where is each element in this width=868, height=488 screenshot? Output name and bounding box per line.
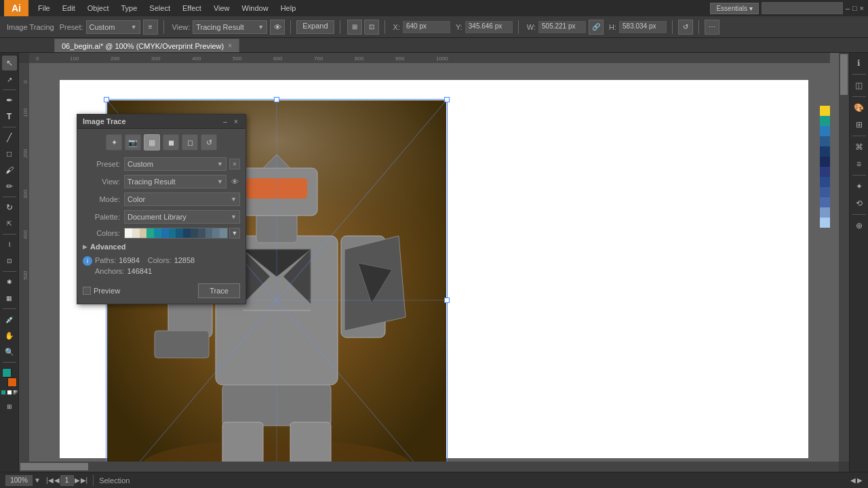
window-close[interactable]: ×: [860, 4, 864, 12]
zoom-tool[interactable]: 🔍: [2, 344, 17, 359]
right-icon-7[interactable]: ✦: [852, 179, 867, 194]
x-value[interactable]: 640 px: [403, 21, 450, 33]
swatch-9[interactable]: [191, 228, 198, 238]
color-strip-blue8[interactable]: [820, 197, 830, 207]
window-maximize[interactable]: □: [852, 4, 857, 12]
panel-advanced-row[interactable]: ▶ Advanced: [83, 243, 240, 251]
right-icon-6[interactable]: ≡: [852, 157, 867, 171]
swatch-4[interactable]: [154, 228, 161, 238]
panel-view-eye[interactable]: 👁: [229, 176, 240, 187]
color-strip-blue2[interactable]: [820, 136, 830, 146]
menu-window[interactable]: Window: [237, 3, 274, 14]
color-strip-blue5[interactable]: [820, 167, 830, 177]
window-minimize[interactable]: –: [846, 4, 850, 12]
menu-effect[interactable]: Effect: [177, 3, 207, 14]
menu-edit[interactable]: Edit: [57, 3, 81, 14]
swatch-6[interactable]: [169, 228, 176, 238]
column-graph-tool[interactable]: ▦: [2, 291, 17, 306]
menu-select[interactable]: Select: [144, 3, 176, 14]
scale-tool[interactable]: ⇱: [2, 216, 17, 231]
right-icon-1[interactable]: ℹ: [852, 56, 867, 70]
y-value[interactable]: 345.646 px: [465, 21, 513, 33]
16color-icon[interactable]: ◻: [182, 134, 198, 150]
free-transform-tool[interactable]: ⊡: [2, 253, 17, 268]
right-icon-2[interactable]: ◫: [852, 78, 867, 93]
transform-icon-2[interactable]: ⊡: [364, 20, 379, 35]
h-value[interactable]: 583.034 px: [619, 21, 667, 33]
colors-expand-btn[interactable]: ▼: [229, 228, 240, 239]
color-strip-blue3[interactable]: [820, 146, 830, 157]
page-last-btn[interactable]: ▶|: [81, 476, 88, 484]
zoom-dropdown-arrow[interactable]: ▼: [34, 476, 41, 484]
6color-icon[interactable]: ◼: [163, 134, 179, 150]
menu-type[interactable]: Type: [116, 3, 143, 14]
panel-header[interactable]: Image Trace – ×: [77, 115, 245, 129]
document-tab[interactable]: 06_begin.ai* @ 100% (CMYK/Overprint Prev…: [54, 39, 239, 52]
swatch-10[interactable]: [198, 228, 205, 238]
preview-checkbox[interactable]: Preview: [83, 287, 120, 295]
pencil-tool[interactable]: ✏: [2, 179, 17, 194]
right-icon-9[interactable]: ⊕: [852, 218, 867, 233]
right-icon-3[interactable]: 🎨: [852, 100, 867, 115]
right-icon-8[interactable]: ⟲: [852, 196, 867, 211]
color-strip-blue1[interactable]: [820, 126, 830, 136]
v-scrollbar[interactable]: [839, 53, 849, 462]
essentials-dropdown[interactable]: Essentials ▾: [710, 3, 758, 14]
swatch-12[interactable]: [212, 228, 220, 238]
tab-close-btn[interactable]: ×: [228, 42, 232, 49]
panel-mode-dropdown[interactable]: Color ▼: [124, 192, 240, 206]
color-strip-yellow[interactable]: [820, 106, 830, 116]
color-btn[interactable]: [1, 390, 6, 395]
grayscale-icon[interactable]: ↺: [201, 134, 217, 150]
change-screen-mode[interactable]: ⊞: [2, 399, 17, 414]
color-strip-blue4[interactable]: [820, 157, 830, 167]
page-number[interactable]: 1: [60, 475, 74, 486]
type-tool[interactable]: T: [2, 109, 17, 124]
canvas-area[interactable]: 0 100 200 300 400 500 600 700 800 900 10…: [19, 53, 849, 472]
color-swatches-bar[interactable]: [124, 228, 228, 239]
color-strip-blue9[interactable]: [820, 207, 830, 218]
fill-swatch[interactable]: [2, 368, 12, 378]
search-input[interactable]: [762, 2, 843, 14]
hand-tool[interactable]: ✋: [2, 328, 17, 343]
transform-icon-1[interactable]: ⊞: [347, 20, 362, 35]
trace-button[interactable]: Trace: [198, 283, 240, 298]
panel-preset-dropdown[interactable]: Custom ▼: [124, 157, 226, 171]
symbol-tool[interactable]: ✱: [2, 274, 17, 289]
swatch-8[interactable]: [183, 228, 191, 238]
color-strip-blue7[interactable]: [820, 187, 830, 197]
more-options-btn[interactable]: ⋯: [705, 20, 719, 35]
media-btn-2[interactable]: ▶: [857, 476, 863, 484]
page-first-btn[interactable]: |◀: [46, 476, 54, 484]
swatch-3[interactable]: [146, 228, 154, 238]
panel-preset-options[interactable]: ≡: [229, 159, 240, 169]
gradient-btn[interactable]: [13, 390, 18, 395]
constrain-btn[interactable]: 🔗: [589, 20, 604, 35]
swatch-5[interactable]: [161, 228, 169, 238]
w-value[interactable]: 505.221 px: [538, 21, 586, 33]
high-fidelity-icon[interactable]: 📷: [125, 134, 141, 150]
v-scrollbar-thumb[interactable]: [840, 54, 848, 95]
color-strip-blue10[interactable]: [820, 218, 830, 228]
auto-color-icon[interactable]: ✦: [106, 134, 122, 150]
preset-dropdown[interactable]: Custom ▼: [86, 20, 140, 34]
panel-minimize-btn[interactable]: –: [221, 117, 229, 125]
rect-tool[interactable]: □: [2, 146, 17, 161]
rotate-btn[interactable]: ↺: [678, 20, 693, 35]
menu-object[interactable]: Object: [82, 3, 115, 14]
page-next-btn[interactable]: ▶: [75, 476, 80, 484]
select-tool[interactable]: ↖: [2, 56, 17, 70]
info-icon[interactable]: i: [83, 256, 92, 266]
swatch-11[interactable]: [205, 228, 213, 238]
none-btn[interactable]: [7, 390, 12, 395]
color-strip-blue6[interactable]: [820, 177, 830, 187]
pen-tool[interactable]: ✒: [2, 93, 17, 108]
panel-close-btn[interactable]: ×: [232, 117, 240, 125]
h-scrollbar-thumb[interactable]: [20, 463, 88, 470]
rotate-tool[interactable]: ↻: [2, 200, 17, 215]
menu-file[interactable]: File: [33, 3, 56, 14]
warp-tool[interactable]: ⌇: [2, 237, 17, 252]
view-dropdown[interactable]: Tracing Result ▼: [193, 20, 267, 34]
right-icon-5[interactable]: ⌘: [852, 140, 867, 155]
expand-button[interactable]: Expand: [296, 20, 334, 34]
